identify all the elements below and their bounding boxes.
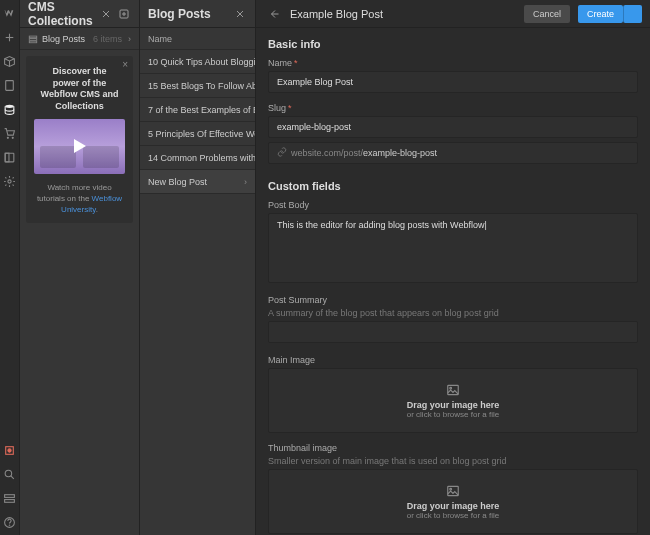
svg-rect-3 (6, 80, 14, 90)
search-icon[interactable] (3, 467, 17, 481)
svg-point-9 (8, 179, 11, 182)
svg-point-6 (12, 137, 13, 138)
thumb-dropzone[interactable]: Drag your image here or click to browse … (268, 469, 638, 534)
list-item[interactable]: 7 of the Best Examples of Beaut... (140, 98, 255, 122)
section-basic-info: Basic info (268, 38, 638, 50)
logo-icon[interactable] (3, 6, 17, 20)
promo-close[interactable]: × (122, 59, 128, 70)
name-label: Name* (268, 58, 638, 68)
help-icon[interactable] (3, 515, 17, 529)
slug-preview: website.com/post/example-blog-post (268, 142, 638, 164)
play-icon (74, 139, 86, 153)
summary-help: A summary of the blog post that appears … (268, 308, 638, 318)
dropzone-title: Drag your image here (407, 501, 500, 511)
svg-point-12 (5, 470, 12, 477)
link-icon (277, 147, 287, 159)
post-body-input[interactable]: This is the editor for adding blog posts… (268, 213, 638, 283)
chevron-right-icon: › (128, 34, 131, 44)
svg-rect-15 (5, 499, 15, 502)
cancel-button[interactable]: Cancel (524, 5, 570, 23)
image-icon (444, 484, 462, 498)
post-body-label: Post Body (268, 200, 638, 210)
svg-point-11 (8, 448, 11, 451)
section-custom-fields: Custom fields (268, 180, 638, 192)
list-item[interactable]: 14 Common Problems with mod... (140, 146, 255, 170)
dropzone-sub: or click to browse for a file (407, 410, 499, 419)
create-button[interactable]: Create (578, 5, 623, 23)
dropzone-sub: or click to browse for a file (407, 511, 499, 520)
record-icon[interactable] (3, 443, 17, 457)
collection-row[interactable]: Blog Posts 6 items › (20, 28, 139, 50)
svg-point-5 (7, 137, 8, 138)
icon-rail (0, 0, 20, 535)
svg-point-32 (450, 488, 452, 490)
svg-rect-24 (29, 38, 37, 40)
new-collection-icon[interactable] (117, 7, 131, 21)
create-dropdown[interactable] (623, 5, 642, 23)
close-icon[interactable] (233, 7, 247, 21)
slug-input[interactable] (268, 116, 638, 138)
summary-label: Post Summary (268, 295, 638, 305)
list-item[interactable]: New Blog Post› (140, 170, 255, 194)
svg-rect-8 (5, 153, 9, 162)
close-icon[interactable] (99, 7, 113, 21)
image-icon (444, 383, 462, 397)
cms-panel-title: CMS Collections (28, 0, 95, 28)
audit-icon[interactable] (3, 491, 17, 505)
settings-icon[interactable] (3, 174, 17, 188)
editor-panel: Example Blog Post Cancel Create Basic in… (256, 0, 650, 535)
summary-input[interactable] (268, 321, 638, 343)
list-column-header: Name (140, 28, 255, 50)
svg-rect-23 (29, 36, 37, 38)
cms-panel: CMS Collections Blog Posts 6 items › × D… (20, 0, 140, 535)
collection-count: 6 items (93, 34, 122, 44)
assets-icon[interactable] (3, 150, 17, 164)
main-image-dropzone[interactable]: Drag your image here or click to browse … (268, 368, 638, 433)
main-image-label: Main Image (268, 355, 638, 365)
dropzone-title: Drag your image here (407, 400, 500, 410)
cms-icon[interactable] (3, 102, 17, 116)
box-icon[interactable] (3, 54, 17, 68)
list-title: Blog Posts (148, 7, 211, 21)
add-icon[interactable] (3, 30, 17, 44)
thumb-label: Thumbnail image (268, 443, 638, 453)
blog-list-panel: Blog Posts Name 10 Quick Tips About Blog… (140, 0, 256, 535)
svg-line-13 (11, 475, 14, 478)
name-input[interactable] (268, 71, 638, 93)
page-icon[interactable] (3, 78, 17, 92)
editor-title: Example Blog Post (290, 8, 516, 20)
list-item[interactable]: 5 Principles Of Effective Web De... (140, 122, 255, 146)
promo-title: Discover the power of the Webflow CMS an… (34, 64, 125, 119)
promo-card: × Discover the power of the Webflow CMS … (26, 56, 133, 223)
svg-point-17 (9, 524, 10, 525)
slug-label: Slug* (268, 103, 638, 113)
collection-name: Blog Posts (42, 34, 85, 44)
list-item[interactable]: 15 Best Blogs To Follow About ... (140, 74, 255, 98)
svg-point-4 (5, 104, 14, 107)
svg-point-30 (450, 387, 452, 389)
svg-rect-25 (29, 41, 37, 43)
promo-footer: Watch more video tutorials on the Webflo… (34, 182, 125, 216)
back-icon[interactable] (268, 7, 282, 21)
list-item[interactable]: 10 Quick Tips About Blogging (140, 50, 255, 74)
thumb-help: Smaller version of main image that is us… (268, 456, 638, 466)
cart-icon[interactable] (3, 126, 17, 140)
chevron-right-icon: › (244, 177, 247, 187)
svg-rect-14 (5, 494, 15, 497)
promo-video[interactable] (34, 119, 125, 174)
